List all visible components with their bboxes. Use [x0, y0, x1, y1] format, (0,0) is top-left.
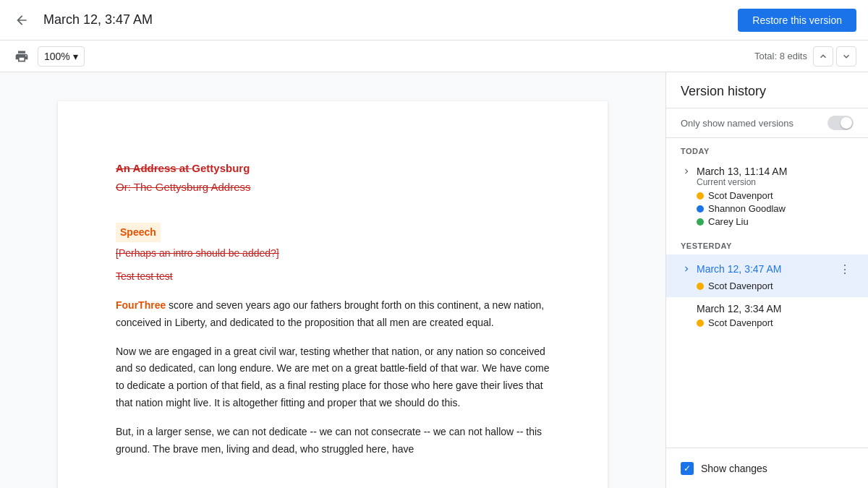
nav-up-button[interactable]: [813, 46, 833, 67]
doc-paragraph-1: FourThree score and seven years ago our …: [116, 297, 550, 332]
document-page: An Address at Gettysburg Or: The Gettysb…: [58, 101, 608, 488]
nav-arrows: [813, 46, 856, 67]
contributor-scot-march12-347: Scot Davenport: [697, 281, 854, 291]
contributor-scot-march12-334: Scot Davenport: [697, 317, 854, 328]
doc-subtitle: Or: The Gettysburg Address: [116, 181, 250, 193]
version-title: March 12, 3:47 AM: [43, 12, 726, 27]
doc-speech-block: Speech [Perhaps an intro should be added…: [116, 211, 550, 263]
contributor-name: Scot Davenport: [708, 317, 773, 328]
contributor-dot: [697, 205, 704, 213]
chevron-right-icon-2: [681, 263, 692, 275]
top-bar: March 12, 3:47 AM Restore this version: [0, 0, 868, 40]
version-row-march12-347: March 12, 3:47 AM ⋮: [681, 260, 854, 278]
contributor-name: Scot Davenport: [708, 281, 773, 291]
more-options-icon[interactable]: ⋮: [836, 260, 854, 278]
version-entry-march12-347[interactable]: March 12, 3:47 AM ⋮ Scot Davenport: [666, 254, 868, 297]
doc-test: Test test test: [116, 268, 550, 286]
contributors-march13: Scot Davenport Shannon Goodlaw Carey Liu: [681, 190, 854, 227]
zoom-arrow-icon: ▾: [73, 51, 78, 62]
version-entry-march12-334[interactable]: March 12, 3:34 AM Scot Davenport: [666, 297, 868, 334]
doc-title-gettysburg: Gettysburg: [192, 162, 250, 174]
show-changes-label: Show changes: [701, 463, 767, 474]
version-row-march12-334: March 12, 3:34 AM: [681, 303, 854, 314]
doc-speech-text: Speech: [120, 226, 156, 238]
only-named-row: Only show named versions: [666, 108, 868, 138]
sidebar-header: Version history: [666, 72, 868, 108]
zoom-control[interactable]: 100% ▾: [38, 46, 85, 67]
contributor-dot: [697, 192, 704, 200]
document-area: An Address at Gettysburg Or: The Gettysb…: [0, 72, 665, 488]
sidebar-title: Version history: [681, 84, 766, 98]
main-area: An Address at Gettysburg Or: The Gettysb…: [0, 72, 868, 488]
contributors-march12-334: Scot Davenport: [681, 317, 854, 328]
contributor-dot: [697, 218, 704, 226]
total-edits: Total: 8 edits: [754, 51, 807, 61]
nav-down-button[interactable]: [836, 46, 856, 67]
zoom-value: 100%: [44, 51, 70, 62]
day-label-yesterday: YESTERDAY: [666, 233, 868, 254]
sidebar-content: TODAY March 13, 11:14 AM Current version…: [666, 138, 868, 488]
current-version-label: Current version: [681, 177, 854, 187]
version-time-march13: March 13, 11:14 AM: [697, 166, 854, 177]
toggle-knob: [841, 117, 852, 129]
back-button[interactable]: [12, 10, 32, 30]
chevron-right-icon: [681, 166, 692, 177]
doc-intro-comment: [Perhaps an intro should be added?]: [116, 247, 279, 259]
doc-paragraph-1-rest: score and seven years ago our fathers br…: [116, 299, 544, 328]
day-label-today: TODAY: [666, 138, 868, 160]
contributor-name: Scot Davenport: [708, 190, 773, 201]
sidebar: Version history Only show named versions…: [665, 72, 868, 488]
only-named-label: Only show named versions: [681, 118, 822, 129]
sidebar-footer: ✓ Show changes: [666, 448, 868, 488]
version-entry-march13[interactable]: March 13, 11:14 AM Current version Scot …: [666, 160, 868, 233]
doc-title-strikethrough: An Address at: [116, 162, 192, 174]
version-time-march12-334: March 12, 3:34 AM: [697, 303, 854, 314]
print-icon[interactable]: [12, 46, 32, 67]
checkmark-icon: ✓: [684, 463, 691, 474]
show-changes-checkbox[interactable]: ✓: [681, 462, 694, 475]
contributor-name: Carey Liu: [708, 216, 749, 227]
toolbar: 100% ▾ Total: 8 edits: [0, 40, 868, 72]
version-time-march12-347: March 12, 3:47 AM: [697, 263, 832, 275]
only-named-toggle[interactable]: [827, 116, 854, 130]
contributor-dot: [697, 283, 704, 290]
contributors-march12-347: Scot Davenport: [681, 281, 854, 291]
contributor-shannon: Shannon Goodlaw: [697, 203, 854, 214]
contributor-name: Shannon Goodlaw: [708, 203, 786, 214]
doc-fourthree: FourThree: [116, 299, 166, 311]
doc-paragraph-2: Now we are engaged in a great civil war,…: [116, 343, 550, 412]
contributor-scot-davenport-1: Scot Davenport: [697, 190, 854, 201]
doc-title-block: An Address at Gettysburg Or: The Gettysb…: [116, 159, 550, 197]
version-row-march13: March 13, 11:14 AM: [681, 166, 854, 177]
contributor-carey: Carey Liu: [697, 216, 854, 227]
contributor-dot: [697, 320, 704, 327]
restore-button[interactable]: Restore this version: [738, 9, 856, 32]
doc-paragraph-3: But, in a larger sense, we can not dedic…: [116, 424, 550, 458]
